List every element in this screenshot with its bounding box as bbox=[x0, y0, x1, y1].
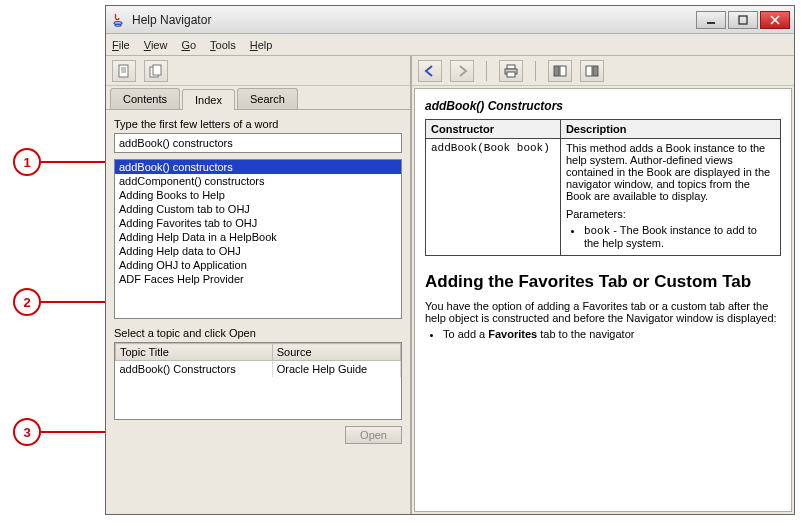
menu-help[interactable]: Help bbox=[250, 39, 273, 51]
svg-point-1 bbox=[115, 24, 121, 26]
constructor-table: Constructor Description addBook(Book boo… bbox=[425, 119, 781, 256]
java-icon bbox=[110, 12, 126, 28]
index-list-item[interactable]: addComponent() constructors bbox=[115, 174, 401, 188]
app-window: Help Navigator File View Go Tools Help C… bbox=[105, 5, 795, 515]
minimize-button[interactable] bbox=[696, 11, 726, 29]
section-heading: Adding the Favorites Tab or Custom Tab bbox=[425, 272, 781, 292]
doc-title: addBook() Constructors bbox=[425, 99, 781, 113]
callout-3: 3 bbox=[13, 418, 41, 446]
svg-rect-14 bbox=[507, 72, 515, 77]
menu-tools[interactable]: Tools bbox=[210, 39, 236, 51]
section-paragraph: You have the option of adding a Favorite… bbox=[425, 300, 781, 324]
topics-header-source[interactable]: Source bbox=[272, 344, 400, 361]
section-list-item: To add a Favorites tab to the navigator bbox=[443, 328, 781, 340]
back-button[interactable] bbox=[418, 60, 442, 82]
index-search-input[interactable] bbox=[114, 133, 402, 153]
print-button[interactable] bbox=[499, 60, 523, 82]
dock-right-button[interactable] bbox=[580, 60, 604, 82]
close-button[interactable] bbox=[760, 11, 790, 29]
svg-rect-15 bbox=[554, 66, 559, 76]
menu-file[interactable]: File bbox=[112, 39, 130, 51]
titlebar[interactable]: Help Navigator bbox=[106, 6, 794, 34]
svg-rect-6 bbox=[119, 65, 128, 77]
tab-contents[interactable]: Contents bbox=[110, 88, 180, 109]
navigator-pane: Contents Index Search Type the first few… bbox=[106, 56, 412, 514]
index-listbox[interactable]: addBook() constructorsaddComponent() con… bbox=[114, 159, 402, 319]
callout-1: 1 bbox=[13, 148, 41, 176]
svg-rect-17 bbox=[586, 66, 592, 76]
callout-2: 2 bbox=[13, 288, 41, 316]
index-list-item[interactable]: Adding Help data to OHJ bbox=[115, 244, 401, 258]
index-list-item[interactable]: Adding Help Data in a HelpBook bbox=[115, 230, 401, 244]
table-row[interactable]: addBook() ConstructorsOracle Help Guide bbox=[116, 361, 401, 378]
topics-table-wrap: Topic Title Source addBook() Constructor… bbox=[114, 342, 402, 420]
index-list-item[interactable]: Adding Books to Help bbox=[115, 188, 401, 202]
dock-left-button[interactable] bbox=[548, 60, 572, 82]
svg-rect-18 bbox=[593, 66, 598, 76]
menu-view[interactable]: View bbox=[144, 39, 168, 51]
topics-header-title[interactable]: Topic Title bbox=[116, 344, 273, 361]
th-description: Description bbox=[560, 120, 780, 139]
tab-search[interactable]: Search bbox=[237, 88, 298, 109]
index-list-item[interactable]: addBook() constructors bbox=[115, 160, 401, 174]
viewer-toolbar bbox=[412, 56, 794, 86]
index-prompt-label: Type the first few letters of a word bbox=[114, 118, 402, 130]
help-content-viewer[interactable]: addBook() Constructors Constructor Descr… bbox=[414, 88, 792, 512]
index-list-item[interactable]: Adding Custom tab to OHJ bbox=[115, 202, 401, 216]
topic-pane: addBook() Constructors Constructor Descr… bbox=[412, 56, 794, 514]
th-constructor: Constructor bbox=[426, 120, 561, 139]
menu-go[interactable]: Go bbox=[181, 39, 196, 51]
svg-rect-12 bbox=[507, 65, 515, 69]
window-title: Help Navigator bbox=[132, 13, 211, 27]
svg-rect-3 bbox=[739, 16, 747, 24]
tab-index[interactable]: Index bbox=[182, 89, 235, 110]
constructor-code: addBook(Book book) bbox=[426, 139, 561, 256]
open-button[interactable]: Open bbox=[345, 426, 402, 444]
svg-rect-11 bbox=[153, 65, 161, 75]
annotation-layer: 1 2 3 bbox=[0, 0, 110, 526]
multi-page-icon[interactable] bbox=[144, 60, 168, 82]
svg-rect-16 bbox=[560, 66, 566, 76]
navigator-toolbar bbox=[106, 56, 410, 86]
constructor-desc: This method adds a Book instance to the … bbox=[560, 139, 780, 256]
index-list-item[interactable]: Adding Favorites tab to OHJ bbox=[115, 216, 401, 230]
maximize-button[interactable] bbox=[728, 11, 758, 29]
single-page-icon[interactable] bbox=[112, 60, 136, 82]
index-list-item[interactable]: ADF Faces Help Provider bbox=[115, 272, 401, 286]
navigator-tabs: Contents Index Search bbox=[106, 86, 410, 110]
topics-table[interactable]: Topic Title Source addBook() Constructor… bbox=[115, 343, 401, 377]
menubar: File View Go Tools Help bbox=[106, 34, 794, 56]
index-list-item[interactable]: Adding OHJ to Application bbox=[115, 258, 401, 272]
forward-button[interactable] bbox=[450, 60, 474, 82]
topics-prompt-label: Select a topic and click Open bbox=[114, 327, 402, 339]
